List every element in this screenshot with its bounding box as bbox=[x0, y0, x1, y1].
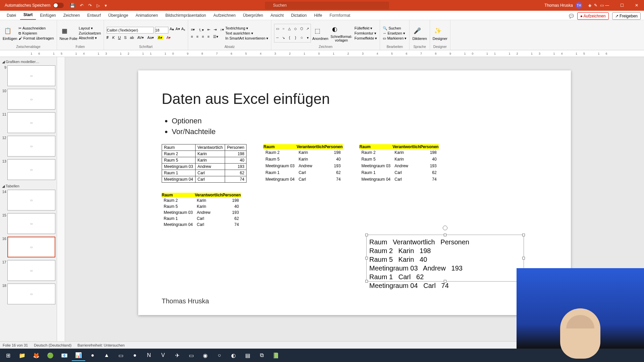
autosave-toggle[interactable] bbox=[53, 3, 64, 8]
taskbar-excel[interactable]: 📗 bbox=[269, 350, 282, 361]
redo-icon[interactable]: ↷ bbox=[88, 3, 92, 8]
more-qat-icon[interactable]: ▾ bbox=[105, 3, 107, 8]
grow-font-icon[interactable]: A▴ bbox=[170, 27, 174, 34]
undo-icon[interactable]: ↶ bbox=[80, 3, 84, 8]
arrange-label[interactable]: Anordnen bbox=[312, 37, 328, 41]
tab-ansicht[interactable]: Ansicht bbox=[267, 11, 287, 20]
resize-handle[interactable] bbox=[365, 280, 368, 283]
tab-hilfe[interactable]: Hilfe bbox=[311, 11, 325, 20]
tab-animationen[interactable]: Animationen bbox=[132, 11, 161, 20]
effects-button[interactable]: Formeffekte ▾ bbox=[355, 36, 377, 41]
quickstyle-icon[interactable]: ◐ bbox=[330, 24, 340, 34]
case-button[interactable]: Aa▾ bbox=[147, 36, 154, 40]
dictate-label[interactable]: Diktieren bbox=[412, 37, 427, 41]
resize-handle[interactable] bbox=[365, 257, 368, 259]
linespace-button[interactable]: ↕▾ bbox=[220, 27, 224, 33]
slide-thumb-15[interactable]: 15▭ bbox=[1, 213, 55, 234]
slide-thumb-16[interactable]: 16▭ bbox=[1, 237, 55, 257]
outline-button[interactable]: Formkontur ▾ bbox=[355, 31, 376, 36]
indent-inc-button[interactable]: ⇥ bbox=[214, 27, 217, 33]
taskbar-explorer[interactable]: 📁 bbox=[15, 350, 29, 361]
taskbar-outlook[interactable]: 📧 bbox=[58, 350, 71, 361]
resize-handle[interactable] bbox=[365, 234, 368, 236]
tab-einfuegen[interactable]: Einfügen bbox=[37, 11, 59, 20]
reset-button[interactable]: Zurücksetzen bbox=[79, 31, 101, 35]
tab-uebergaenge[interactable]: Übergänge bbox=[105, 11, 131, 20]
spacing-button[interactable]: AV▾ bbox=[137, 36, 144, 40]
align-left-button[interactable]: ≡ bbox=[191, 35, 193, 39]
slide-thumb-14[interactable]: 14▭ bbox=[1, 190, 55, 210]
taskbar-app6[interactable]: ◐ bbox=[227, 350, 240, 361]
taskbar-app8[interactable]: ⧉ bbox=[255, 350, 268, 361]
fontcolor-button[interactable]: A▾ bbox=[166, 36, 171, 40]
tab-zeichnen[interactable]: Zeichnen bbox=[60, 11, 83, 20]
slide-thumb-13[interactable]: 13▭ bbox=[1, 159, 55, 180]
slide-thumb-17[interactable]: 17▭ bbox=[1, 260, 55, 281]
slide-thumb-9[interactable]: 9▭ bbox=[1, 65, 55, 86]
highlight-button[interactable]: A▾ bbox=[157, 36, 163, 40]
smartart-button[interactable]: In SmartArt konvertieren ▾ bbox=[225, 36, 268, 41]
select-button[interactable]: ▭ Markieren ▾ bbox=[383, 36, 407, 41]
taskbar-powerpoint[interactable]: 📊 bbox=[72, 350, 85, 361]
taskbar-vlc[interactable]: ▲ bbox=[100, 350, 113, 361]
record-button[interactable]: ● Aufzeichnen bbox=[577, 12, 609, 20]
quickstyle-label[interactable]: Schnellformat-vorlagen bbox=[330, 35, 353, 42]
slide-canvas[interactable]: Daten aus Excel einfügen Optionen Vor/Na… bbox=[138, 70, 571, 315]
table-yellow-2[interactable]: RaumVerantwortlichPersonenRaum 2Karin198… bbox=[360, 144, 439, 183]
new-slide-label[interactable]: Neue Folie bbox=[60, 37, 77, 41]
tab-start[interactable]: Start bbox=[20, 10, 36, 20]
designer-label[interactable]: Designer bbox=[433, 37, 447, 41]
taskbar-app1[interactable]: ● bbox=[86, 350, 99, 361]
bold-button[interactable]: F bbox=[107, 36, 109, 40]
close-button[interactable]: ✕ bbox=[629, 0, 644, 11]
bullets-button[interactable]: ≡▾ bbox=[191, 27, 195, 33]
arrange-icon[interactable]: ⬚ bbox=[312, 26, 322, 36]
columns-button[interactable]: ☰▾ bbox=[213, 35, 218, 39]
shapes-gallery[interactable]: ▭○△◇⬡↗─↘{}☆▾ bbox=[274, 24, 311, 43]
designer-icon[interactable]: ✨ bbox=[433, 26, 443, 36]
table-yellow-3[interactable]: RaumVerantwortlichPersonenRaum 2Karin198… bbox=[162, 193, 241, 228]
pen-icon[interactable]: ✎ bbox=[594, 3, 597, 8]
replace-button[interactable]: ↔ Ersetzen ▾ bbox=[383, 31, 405, 36]
diamond-icon[interactable]: ◈ bbox=[588, 3, 591, 8]
rotate-handle[interactable] bbox=[443, 226, 447, 230]
paste-label[interactable]: Einfügen bbox=[3, 37, 17, 41]
find-button[interactable]: 🔍 Suchen bbox=[383, 26, 401, 31]
taskbar-app4[interactable]: ▭ bbox=[184, 350, 198, 361]
user-avatar[interactable]: TH bbox=[576, 2, 582, 9]
share-button[interactable]: ↗ Freigeben bbox=[612, 12, 641, 20]
cut-button[interactable]: ✂ Ausschneiden bbox=[18, 26, 46, 31]
search-input[interactable] bbox=[265, 2, 389, 9]
bullet-2[interactable]: Vor/Nachteile bbox=[172, 127, 547, 136]
section-label-2[interactable]: ◢ Tabellen bbox=[1, 183, 55, 190]
slide-thumb-11[interactable]: 11▭ bbox=[1, 112, 55, 133]
tab-dictation[interactable]: Dictation bbox=[288, 11, 310, 20]
new-slide-icon[interactable]: ▦ bbox=[60, 26, 70, 36]
italic-button[interactable]: K bbox=[112, 36, 115, 40]
format-painter-button[interactable]: 🖌 Format übertragen bbox=[18, 36, 54, 40]
tab-aufzeichnen[interactable]: Aufzeichnen bbox=[210, 11, 239, 20]
section-button[interactable]: Abschnitt ▾ bbox=[79, 36, 97, 40]
resize-handle[interactable] bbox=[444, 234, 446, 236]
slide-thumb-10[interactable]: 10▭ bbox=[1, 89, 55, 110]
taskbar-telegram[interactable]: ✈ bbox=[170, 350, 184, 361]
font-select[interactable] bbox=[107, 27, 154, 34]
dictate-icon[interactable]: 🎤 bbox=[412, 26, 422, 36]
align-center-button[interactable]: ≡ bbox=[196, 35, 198, 39]
slide-thumb-12[interactable]: 12▭ bbox=[1, 136, 55, 157]
resize-handle[interactable] bbox=[444, 280, 446, 283]
taskbar-onenote[interactable]: N bbox=[142, 350, 156, 361]
layout-button[interactable]: Layout ▾ bbox=[79, 26, 93, 31]
selected-textbox[interactable]: Raum Verantwortlich PersonenRaum 2 Karin… bbox=[366, 235, 524, 282]
tab-formformat[interactable]: Formformat bbox=[326, 11, 354, 20]
clear-format-icon[interactable]: Aᵪ bbox=[181, 27, 185, 34]
slide-counter[interactable]: Folie 16 von 31 bbox=[3, 343, 28, 347]
section-label-1[interactable]: ◢ Grafiken modellier… bbox=[1, 58, 55, 65]
table-bordered[interactable]: RaumVerantwortlichPersonenRaum 2Karin198… bbox=[162, 144, 247, 183]
table-yellow-1[interactable]: RaumVerantwortlichPersonenRaum 2Karin198… bbox=[263, 144, 342, 183]
fill-button[interactable]: Fülleffekt ▾ bbox=[355, 26, 373, 31]
slide-thumbnails-pane[interactable]: ◢ Grafiken modellier… 9▭10▭11▭12▭13▭ ◢ T… bbox=[0, 57, 57, 341]
tab-datei[interactable]: Datei bbox=[3, 11, 19, 20]
tab-ueberpruefen[interactable]: Überprüfen bbox=[239, 11, 266, 20]
taskbar-app7[interactable]: ▤ bbox=[241, 350, 254, 361]
